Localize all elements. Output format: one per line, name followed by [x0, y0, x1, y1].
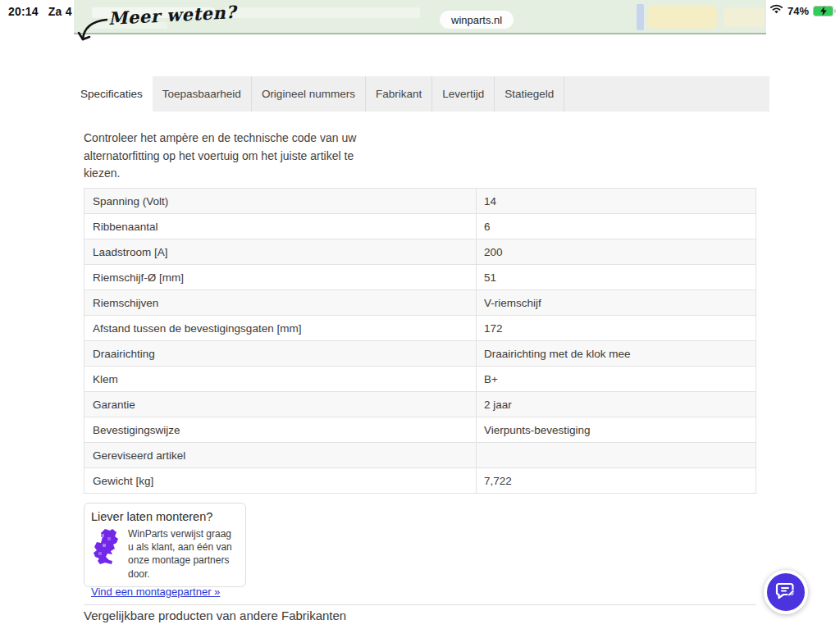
ghost-text-bar [92, 22, 167, 29]
spec-value: Draairichting met de klok mee [477, 341, 756, 366]
spec-value: 14 [477, 189, 756, 213]
spec-row: Ribbenaantal6 [84, 214, 756, 239]
tabbar-filler [564, 76, 769, 112]
spec-row: Afstand tussen de bevestigingsgaten [mm]… [84, 316, 756, 341]
spec-row: Spanning (Volt)14 [84, 189, 756, 214]
wifi-icon [769, 3, 783, 18]
ghost-text-bar [92, 7, 215, 18]
spec-value: B+ [477, 367, 756, 391]
status-bar-right: 74% [769, 3, 833, 18]
section-divider [84, 604, 756, 605]
spec-row: Laadstroom [A]200 [84, 239, 756, 265]
ghost-text-bar [225, 7, 420, 18]
spec-value: V-riemschijf [477, 290, 756, 315]
spec-value: 6 [477, 214, 756, 239]
spec-value: Vierpunts-bevestiging [477, 417, 756, 442]
netherlands-map-icon [91, 527, 122, 581]
clock: 20:14 [8, 5, 39, 18]
spec-label: Ribbenaantal [84, 214, 477, 239]
address-bar[interactable]: winparts.nl [440, 11, 514, 29]
spec-label: Bevestigingswijze [84, 417, 477, 442]
tab-fabrikant[interactable]: Fabrikant [366, 76, 432, 112]
tab-toepasbaarheid[interactable]: Toepasbaarheid [153, 76, 252, 112]
spec-value: 172 [477, 316, 756, 340]
spec-value [477, 443, 756, 467]
spec-label: Garantie [84, 392, 477, 417]
tab-specificaties[interactable]: Specificaties [71, 76, 153, 112]
tab-statiegeld[interactable]: Statiegeld [495, 76, 564, 112]
spec-value: 7,722 [477, 468, 756, 493]
spec-row: RiemschijvenV-riemschijf [84, 290, 756, 316]
spec-label: Draairichting [84, 341, 477, 366]
spec-row: Gewicht [kg]7,722 [84, 468, 756, 494]
spec-row: Gereviseerd artikel [84, 443, 756, 468]
tab-origineel-nummers[interactable]: Origineel nummers [252, 76, 366, 112]
montage-card-body: WinParts verwijst graag u als klant, aan… [128, 527, 237, 581]
spec-label: Riemschijven [84, 290, 477, 315]
ghost-button [724, 7, 765, 27]
spec-row: DraairichtingDraairichting met de klok m… [84, 341, 756, 367]
spec-value: 51 [477, 265, 756, 289]
tab-levertijd[interactable]: Levertijd [432, 76, 495, 112]
spec-label: Riemschijf-Ø [mm] [84, 265, 477, 289]
spec-row: KlemB+ [84, 367, 756, 392]
chat-button[interactable] [764, 570, 808, 614]
spec-row: Riemschijf-Ø [mm]51 [84, 265, 756, 290]
spec-label: Laadstroom [A] [84, 239, 477, 264]
battery-percent: 74% [788, 5, 809, 17]
specifications-table: Spanning (Volt)14Ribbenaantal6Laadstroom… [84, 188, 756, 494]
page: 20:14 Za 4 apr 74% winparts.nl [0, 0, 840, 629]
spec-label: Gereviseerd artikel [84, 443, 477, 467]
ghost-accent [637, 4, 644, 30]
spec-label: Klem [84, 367, 477, 391]
similar-products-heading: Vergelijkbare producten van andere Fabri… [84, 608, 346, 622]
find-montagepartner-link[interactable]: Vind een montagepartner » [91, 586, 220, 598]
chat-bubble-icon [775, 580, 797, 604]
battery-charging-icon [813, 6, 833, 16]
spec-value: 2 jaar [477, 392, 756, 417]
spec-label: Afstand tussen de bevestigingsgaten [mm] [84, 316, 477, 340]
spec-label: Spanning (Volt) [84, 189, 477, 213]
spec-value: 200 [477, 239, 756, 264]
intro-paragraph: Controleer het ampère en de technische c… [84, 130, 377, 183]
address-bar-url: winparts.nl [451, 14, 502, 26]
montage-partner-card: Liever laten monteren? WinParts verwijst… [84, 503, 246, 587]
spec-row: Garantie2 jaar [84, 392, 756, 417]
spec-row: BevestigingswijzeVierpunts-bevestiging [84, 417, 756, 443]
browser-toolbar-ghost: winparts.nl [74, 0, 766, 34]
product-tabs: SpecificatiesToepasbaarheidOrigineel num… [71, 76, 769, 112]
ghost-button [648, 6, 717, 29]
montage-card-title: Liever laten monteren? [91, 510, 237, 523]
spec-label: Gewicht [kg] [84, 468, 477, 493]
